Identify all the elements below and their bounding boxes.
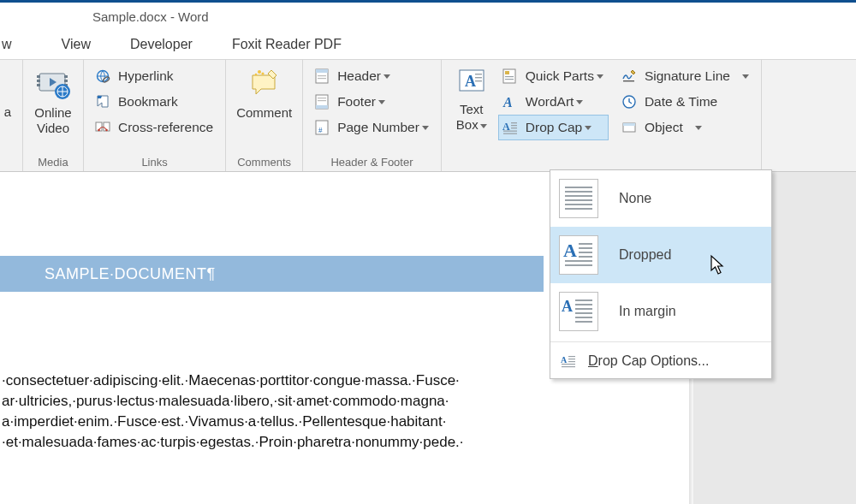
cutoff-button[interactable]: a [0, 63, 15, 137]
tab-cutoff[interactable]: w [2, 33, 29, 56]
svg-text:A: A [562, 298, 573, 315]
group-media: Online Video Media [23, 60, 84, 171]
object-button[interactable]: Object [617, 115, 754, 140]
drop-cap-none[interactable]: None [550, 170, 771, 227]
drop-cap-options-icon: A [559, 353, 578, 369]
chevron-down-icon [742, 74, 749, 79]
svg-rect-63 [575, 304, 592, 305]
svg-rect-44 [623, 80, 634, 81]
svg-rect-58 [579, 256, 592, 258]
svg-rect-32 [475, 80, 482, 81]
bookmark-button[interactable]: Bookmark [91, 89, 218, 115]
header-button[interactable]: Header [310, 63, 434, 89]
svg-rect-51 [565, 199, 592, 201]
ribbon-cut-left: a . [0, 60, 23, 171]
chevron-down-icon [597, 74, 603, 79]
online-video-button[interactable]: Online Video [30, 63, 76, 138]
svg-point-17 [261, 72, 264, 74]
quick-parts-icon [502, 68, 519, 85]
svg-rect-64 [575, 308, 592, 310]
chevron-down-icon [422, 126, 429, 130]
svg-rect-36 [505, 79, 514, 80]
group-label-media: Media [38, 154, 68, 171]
svg-rect-39 [511, 122, 517, 123]
svg-rect-24 [318, 98, 326, 98]
menu-separator [550, 341, 771, 342]
online-video-label: Online Video [34, 105, 71, 136]
document-body-text[interactable]: ·consectetuer·adipiscing·elit.·Maecenas·… [2, 371, 550, 453]
svg-point-15 [258, 70, 261, 74]
drop-cap-dropped[interactable]: A Dropped [550, 227, 771, 283]
svg-rect-56 [579, 247, 592, 249]
svg-text:A: A [502, 95, 513, 110]
chevron-down-icon [383, 74, 390, 79]
comment-button[interactable]: Comment [233, 63, 295, 122]
svg-rect-47 [623, 123, 635, 126]
svg-rect-73 [562, 366, 575, 367]
signature-line-icon [621, 68, 638, 85]
svg-rect-25 [318, 100, 326, 101]
svg-rect-19 [316, 69, 328, 73]
drop-cap-none-icon [559, 179, 598, 218]
group-label-links: Links [141, 154, 167, 171]
drop-cap-button[interactable]: A Drop Cap [498, 115, 609, 140]
group-label-comments: Comments [237, 154, 291, 171]
drop-cap-dropped-icon: A [559, 235, 598, 275]
document-heading[interactable]: SAMPLE·DOCUMENT¶ [0, 256, 544, 292]
svg-rect-50 [565, 195, 592, 197]
svg-rect-57 [579, 252, 592, 253]
svg-text:#: # [318, 126, 323, 134]
chevron-down-icon [695, 126, 702, 130]
drop-cap-options[interactable]: A Drop Cap Options... [550, 344, 771, 378]
hyperlink-button[interactable]: Hyperlink [91, 63, 218, 89]
page-number-button[interactable]: # Page Number [310, 115, 434, 140]
svg-rect-53 [565, 208, 592, 210]
svg-rect-34 [505, 71, 509, 74]
svg-rect-70 [568, 359, 575, 359]
tab-foxit-reader[interactable]: Foxit Reader PDF [210, 33, 359, 56]
svg-rect-30 [475, 74, 482, 74]
footer-button[interactable]: Footer [310, 89, 434, 115]
group-header-footer: Header Footer # Page Number Header & Foo… [303, 60, 442, 171]
svg-rect-69 [568, 356, 575, 357]
svg-rect-49 [565, 191, 592, 193]
chevron-down-icon [576, 100, 583, 104]
quick-parts-button[interactable]: Quick Parts [498, 63, 609, 89]
drop-cap-in-margin[interactable]: A In margin [550, 283, 771, 340]
svg-rect-21 [318, 78, 326, 79]
tab-developer[interactable]: Developer [108, 33, 210, 56]
page-number-icon: # [313, 119, 330, 136]
online-video-icon [34, 65, 72, 105]
drop-cap-icon: A [502, 119, 519, 136]
svg-rect-4 [64, 75, 68, 78]
date-time-button[interactable]: Date & Time [617, 89, 754, 115]
object-icon [621, 119, 638, 136]
wordart-icon: A [502, 93, 519, 110]
chevron-down-icon [480, 124, 487, 128]
signature-line-button[interactable]: Signature Line [617, 63, 754, 89]
ribbon-tabs: w View Developer Foxit Reader PDF [0, 30, 856, 59]
tab-view[interactable]: View [29, 33, 108, 56]
svg-rect-42 [503, 131, 517, 132]
svg-rect-35 [505, 76, 514, 77]
text-box-button[interactable]: A Text Box [449, 63, 495, 134]
svg-rect-48 [565, 187, 592, 188]
group-comments: Comment Comments [226, 60, 303, 171]
header-icon [313, 68, 330, 85]
svg-rect-52 [565, 204, 592, 205]
wordart-button[interactable]: A WordArt [498, 89, 609, 115]
svg-rect-20 [318, 75, 326, 76]
bookmark-icon [94, 93, 111, 110]
svg-text:A: A [563, 240, 577, 261]
svg-rect-65 [575, 312, 592, 314]
svg-rect-66 [575, 317, 592, 318]
title-bar: Sample.docx - Word [0, 3, 856, 30]
svg-point-16 [254, 74, 257, 76]
drop-cap-in-margin-icon: A [559, 292, 598, 331]
hyperlink-icon [94, 68, 111, 85]
text-box-icon: A [455, 65, 489, 102]
svg-text:A: A [465, 73, 476, 90]
cross-reference-button[interactable]: Cross-reference [91, 115, 218, 140]
svg-rect-31 [475, 77, 482, 78]
svg-rect-3 [37, 84, 40, 86]
